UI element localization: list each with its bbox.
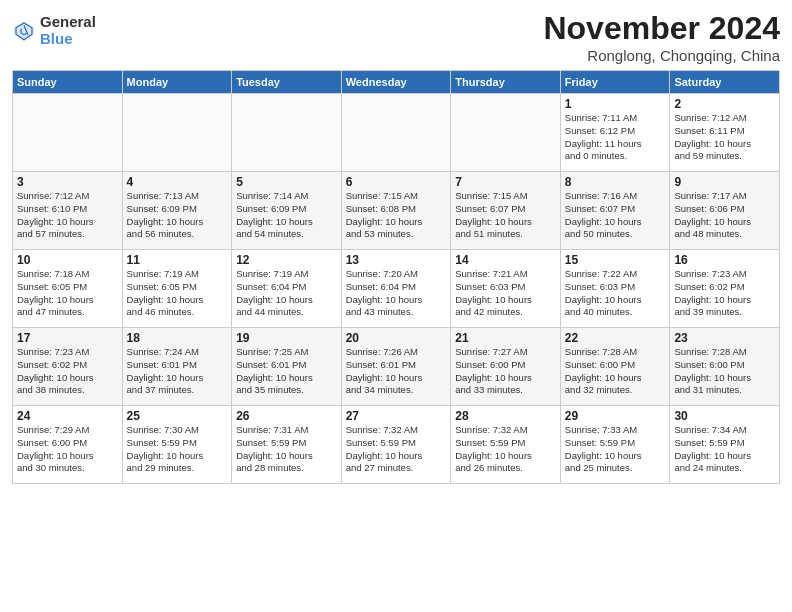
calendar-cell: 9Sunrise: 7:17 AMSunset: 6:06 PMDaylight… bbox=[670, 172, 780, 250]
calendar-cell: 26Sunrise: 7:31 AMSunset: 5:59 PMDayligh… bbox=[232, 406, 342, 484]
day-info: Sunset: 6:04 PM bbox=[236, 281, 337, 294]
day-number: 9 bbox=[674, 175, 775, 189]
day-info: Sunrise: 7:29 AM bbox=[17, 424, 118, 437]
day-info: Daylight: 10 hours bbox=[565, 294, 666, 307]
day-info: Sunrise: 7:12 AM bbox=[674, 112, 775, 125]
day-info: and 53 minutes. bbox=[346, 228, 447, 241]
day-info: Daylight: 10 hours bbox=[674, 138, 775, 151]
day-info: Daylight: 10 hours bbox=[17, 216, 118, 229]
day-info: Daylight: 10 hours bbox=[565, 450, 666, 463]
day-info: Sunrise: 7:28 AM bbox=[674, 346, 775, 359]
day-info: Sunrise: 7:18 AM bbox=[17, 268, 118, 281]
day-info: Sunrise: 7:31 AM bbox=[236, 424, 337, 437]
day-number: 14 bbox=[455, 253, 556, 267]
day-info: Daylight: 10 hours bbox=[674, 372, 775, 385]
calendar-table: SundayMondayTuesdayWednesdayThursdayFrid… bbox=[12, 70, 780, 484]
day-info: Sunset: 6:01 PM bbox=[236, 359, 337, 372]
calendar-cell bbox=[122, 94, 232, 172]
day-number: 3 bbox=[17, 175, 118, 189]
day-number: 15 bbox=[565, 253, 666, 267]
calendar-cell: 11Sunrise: 7:19 AMSunset: 6:05 PMDayligh… bbox=[122, 250, 232, 328]
day-info: and 50 minutes. bbox=[565, 228, 666, 241]
calendar-cell: 29Sunrise: 7:33 AMSunset: 5:59 PMDayligh… bbox=[560, 406, 670, 484]
day-info: Sunset: 6:06 PM bbox=[674, 203, 775, 216]
day-info: and 29 minutes. bbox=[127, 462, 228, 475]
day-info: and 32 minutes. bbox=[565, 384, 666, 397]
day-number: 26 bbox=[236, 409, 337, 423]
day-info: Daylight: 10 hours bbox=[236, 294, 337, 307]
day-info: Sunset: 6:12 PM bbox=[565, 125, 666, 138]
day-number: 27 bbox=[346, 409, 447, 423]
weekday-header-tuesday: Tuesday bbox=[232, 71, 342, 94]
day-info: Sunset: 6:02 PM bbox=[17, 359, 118, 372]
day-info: Daylight: 11 hours bbox=[565, 138, 666, 151]
calendar-cell: 13Sunrise: 7:20 AMSunset: 6:04 PMDayligh… bbox=[341, 250, 451, 328]
day-info: Sunset: 5:59 PM bbox=[236, 437, 337, 450]
day-info: Sunrise: 7:25 AM bbox=[236, 346, 337, 359]
day-number: 8 bbox=[565, 175, 666, 189]
day-info: Sunrise: 7:24 AM bbox=[127, 346, 228, 359]
day-info: and 47 minutes. bbox=[17, 306, 118, 319]
day-info: Sunrise: 7:20 AM bbox=[346, 268, 447, 281]
day-info: Sunrise: 7:21 AM bbox=[455, 268, 556, 281]
week-row-3: 10Sunrise: 7:18 AMSunset: 6:05 PMDayligh… bbox=[13, 250, 780, 328]
day-info: Sunset: 6:09 PM bbox=[127, 203, 228, 216]
day-info: Daylight: 10 hours bbox=[455, 216, 556, 229]
day-info: Daylight: 10 hours bbox=[674, 216, 775, 229]
weekday-header-friday: Friday bbox=[560, 71, 670, 94]
day-info: Sunrise: 7:17 AM bbox=[674, 190, 775, 203]
day-number: 12 bbox=[236, 253, 337, 267]
day-info: Sunset: 6:01 PM bbox=[346, 359, 447, 372]
calendar-cell: 16Sunrise: 7:23 AMSunset: 6:02 PMDayligh… bbox=[670, 250, 780, 328]
weekday-header-sunday: Sunday bbox=[13, 71, 123, 94]
calendar-cell: 8Sunrise: 7:16 AMSunset: 6:07 PMDaylight… bbox=[560, 172, 670, 250]
calendar-cell bbox=[341, 94, 451, 172]
day-info: Daylight: 10 hours bbox=[127, 450, 228, 463]
day-info: Sunset: 6:00 PM bbox=[455, 359, 556, 372]
day-number: 16 bbox=[674, 253, 775, 267]
calendar-cell: 14Sunrise: 7:21 AMSunset: 6:03 PMDayligh… bbox=[451, 250, 561, 328]
calendar-cell: 20Sunrise: 7:26 AMSunset: 6:01 PMDayligh… bbox=[341, 328, 451, 406]
day-info: and 34 minutes. bbox=[346, 384, 447, 397]
day-number: 29 bbox=[565, 409, 666, 423]
calendar-cell: 7Sunrise: 7:15 AMSunset: 6:07 PMDaylight… bbox=[451, 172, 561, 250]
day-info: and 26 minutes. bbox=[455, 462, 556, 475]
day-number: 30 bbox=[674, 409, 775, 423]
logo-icon bbox=[12, 19, 36, 43]
day-info: and 28 minutes. bbox=[236, 462, 337, 475]
day-info: Sunset: 5:59 PM bbox=[127, 437, 228, 450]
day-info: Sunset: 6:10 PM bbox=[17, 203, 118, 216]
day-info: Sunrise: 7:12 AM bbox=[17, 190, 118, 203]
day-info: and 48 minutes. bbox=[674, 228, 775, 241]
day-info: and 57 minutes. bbox=[17, 228, 118, 241]
week-row-4: 17Sunrise: 7:23 AMSunset: 6:02 PMDayligh… bbox=[13, 328, 780, 406]
day-info: Sunset: 6:07 PM bbox=[455, 203, 556, 216]
day-number: 10 bbox=[17, 253, 118, 267]
day-number: 4 bbox=[127, 175, 228, 189]
calendar-cell: 18Sunrise: 7:24 AMSunset: 6:01 PMDayligh… bbox=[122, 328, 232, 406]
day-number: 18 bbox=[127, 331, 228, 345]
day-info: and 31 minutes. bbox=[674, 384, 775, 397]
day-info: and 35 minutes. bbox=[236, 384, 337, 397]
month-title: November 2024 bbox=[543, 10, 780, 47]
day-info: Sunrise: 7:23 AM bbox=[674, 268, 775, 281]
svg-marker-0 bbox=[14, 21, 33, 41]
calendar-cell: 22Sunrise: 7:28 AMSunset: 6:00 PMDayligh… bbox=[560, 328, 670, 406]
day-info: and 44 minutes. bbox=[236, 306, 337, 319]
day-info: Daylight: 10 hours bbox=[346, 450, 447, 463]
day-info: Daylight: 10 hours bbox=[17, 450, 118, 463]
day-info: and 42 minutes. bbox=[455, 306, 556, 319]
day-info: and 27 minutes. bbox=[346, 462, 447, 475]
weekday-header-saturday: Saturday bbox=[670, 71, 780, 94]
day-info: and 0 minutes. bbox=[565, 150, 666, 163]
calendar-cell: 27Sunrise: 7:32 AMSunset: 5:59 PMDayligh… bbox=[341, 406, 451, 484]
day-info: and 43 minutes. bbox=[346, 306, 447, 319]
day-number: 24 bbox=[17, 409, 118, 423]
logo: General Blue bbox=[12, 14, 96, 47]
logo-general: General bbox=[40, 14, 96, 31]
day-info: Daylight: 10 hours bbox=[565, 372, 666, 385]
calendar-cell: 24Sunrise: 7:29 AMSunset: 6:00 PMDayligh… bbox=[13, 406, 123, 484]
day-info: and 40 minutes. bbox=[565, 306, 666, 319]
week-row-2: 3Sunrise: 7:12 AMSunset: 6:10 PMDaylight… bbox=[13, 172, 780, 250]
calendar-cell: 1Sunrise: 7:11 AMSunset: 6:12 PMDaylight… bbox=[560, 94, 670, 172]
